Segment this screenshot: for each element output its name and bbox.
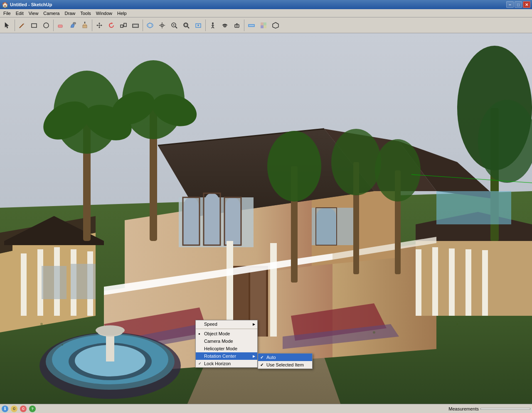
pushpull-tool-button[interactable] [79,20,91,31]
svg-rect-49 [264,22,266,25]
svg-line-126 [411,175,532,183]
menu-tools[interactable]: Tools [78,9,94,17]
svg-point-118 [267,131,321,202]
walk-tool-button[interactable] [207,20,219,31]
svg-rect-93 [42,266,66,299]
svg-point-111 [37,93,96,147]
ctx-object-mode-item[interactable]: Object Mode [196,330,257,337]
minimize-button[interactable]: – [506,1,514,8]
section-plane-tool-button[interactable] [246,20,257,31]
copyright-icon-2[interactable]: © [20,406,27,412]
main-viewport[interactable]: Speed Object Mode Camera Mode Helicopter… [0,33,532,405]
lookaround-tool-button[interactable] [219,20,231,31]
maximize-button[interactable]: □ [515,1,522,8]
svg-rect-113 [150,100,157,241]
statusbar-right: Measurements [448,406,530,411]
svg-rect-119 [353,162,359,274]
svg-point-130 [373,331,375,334]
pan-tool-button[interactable] [156,20,168,31]
rotate-tool-button[interactable] [106,20,117,31]
svg-point-129 [62,344,63,346]
svg-point-105 [75,345,145,376]
paint-tool-button[interactable] [67,20,79,31]
move-tool-button[interactable] [94,20,105,31]
zoom-tool-button[interactable] [168,20,180,31]
svg-rect-51 [264,25,266,28]
svg-marker-54 [0,191,532,405]
menu-draw[interactable]: Draw [62,9,78,17]
svg-marker-13 [99,27,100,28]
orbit-tool-button[interactable] [144,20,156,31]
svg-marker-74 [399,141,499,199]
svg-marker-71 [158,129,374,216]
components-tool-button[interactable] [270,20,281,31]
help-icon[interactable]: ? [29,406,36,412]
materials-tool-button[interactable] [258,20,269,31]
select-tool-button[interactable] [2,20,13,31]
svg-point-120 [331,129,381,195]
pencil-tool-button[interactable] [16,20,28,31]
scene-view [0,33,532,405]
ctx-helicopter-mode-item[interactable]: Helicopter Mode [196,345,257,352]
svg-rect-65 [87,251,93,316]
scale-tool-button[interactable] [118,20,129,31]
svg-rect-48 [261,22,264,25]
titlebar-left: 🏠 Untitled - SketchUp [2,2,52,8]
svg-line-33 [187,27,189,28]
titlebar-controls: – □ ✕ [506,1,530,8]
menu-view[interactable]: View [26,9,41,17]
svg-rect-94 [71,264,96,299]
circle-tool-button[interactable] [40,20,52,31]
menu-help[interactable]: Help [115,9,129,17]
statusbar-left: ℹ © © ? [2,406,36,412]
measurements-input[interactable] [480,408,530,410]
svg-point-131 [456,323,458,325]
position-camera-tool-button[interactable] [231,20,243,31]
ctx-speed-item[interactable]: Speed [196,320,257,328]
ctx-camera-mode-item[interactable]: Camera Mode [196,337,257,345]
offset-tool-button[interactable] [130,20,141,31]
svg-point-45 [236,25,238,27]
svg-point-27 [162,25,163,26]
toolbar-sep-4 [143,20,143,31]
menu-file[interactable]: File [1,9,13,17]
eraser-tool-button[interactable] [55,20,66,31]
svg-marker-12 [99,22,100,24]
submenu-use-selected-item[interactable]: ✓ Use Selected Item [258,361,312,369]
svg-rect-64 [71,249,76,316]
svg-rect-77 [416,249,421,316]
svg-point-101 [39,332,181,399]
svg-point-114 [122,60,185,139]
svg-point-102 [46,333,175,390]
menu-window[interactable]: Window [94,9,115,17]
svg-marker-57 [0,216,96,253]
svg-marker-97 [104,307,208,349]
svg-rect-91 [312,208,353,245]
svg-rect-80 [466,249,471,316]
rectangle-tool-button[interactable] [28,20,40,31]
svg-rect-123 [490,108,499,241]
svg-rect-79 [449,248,455,316]
svg-marker-56 [0,233,96,332]
svg-point-112 [79,98,138,148]
app-icon: 🏠 [2,2,8,8]
menu-camera[interactable]: Camera [41,9,62,17]
title-bar: 🏠 Untitled - SketchUp – □ ✕ [0,0,532,9]
app-title: Untitled - SketchUp [10,2,52,7]
svg-rect-83 [183,197,200,245]
zoom-extents-tool-button[interactable] [192,20,204,31]
svg-line-72 [158,129,324,145]
svg-marker-52 [273,22,278,28]
ctx-lock-horizon-item[interactable]: Lock Horizon [196,360,257,367]
svg-rect-58 [12,241,96,316]
close-button[interactable]: ✕ [523,1,530,8]
svg-marker-67 [332,241,436,357]
info-icon[interactable]: ℹ [2,406,8,412]
ctx-rotation-center-item[interactable]: Rotation Center [196,352,257,360]
copyright-icon-1[interactable]: © [11,406,17,412]
svg-rect-121 [395,170,401,274]
menu-edit[interactable]: Edit [13,9,26,17]
svg-point-37 [212,22,214,24]
zoom-window-tool-button[interactable] [180,20,192,31]
submenu-auto-item[interactable]: ✓ Auto [258,354,312,361]
